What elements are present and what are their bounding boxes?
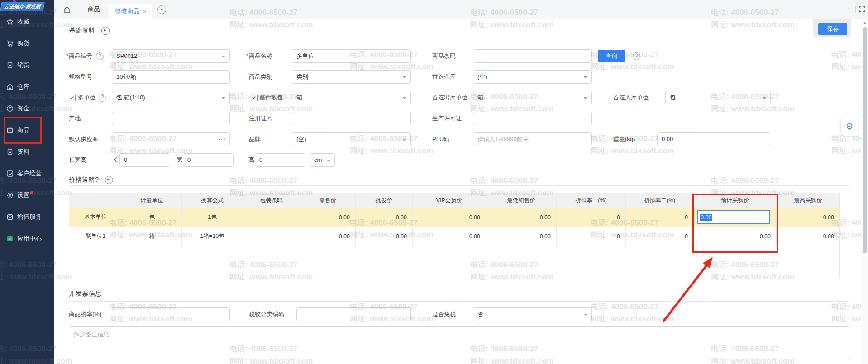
table-cell[interactable] <box>243 227 300 246</box>
table-cell[interactable]: 0 <box>626 208 694 227</box>
scrollbar-up-arrow[interactable] <box>863 21 867 25</box>
tax-rate-input[interactable] <box>112 307 230 321</box>
category-select[interactable]: 类别 <box>292 70 411 84</box>
table-cell[interactable]: 0.00 <box>300 208 356 227</box>
sidebar-item-funds[interactable]: 资金 <box>6 103 29 114</box>
table-cell[interactable]: 基本单位 <box>69 208 122 227</box>
table-cell[interactable]: 0 <box>626 227 694 246</box>
divider <box>69 301 849 302</box>
multiunit-help-icon[interactable] <box>99 94 106 102</box>
table-cell[interactable]: 0.00 <box>413 227 486 246</box>
sidebar-item-favorites[interactable]: 收藏 <box>6 16 29 27</box>
table-cell[interactable]: 副单位1 <box>69 227 122 246</box>
table-cell[interactable]: 0.00 <box>356 227 413 246</box>
sidebar-item-data[interactable]: 资料 <box>6 147 29 157</box>
tab-goods[interactable]: 商品 <box>88 0 100 19</box>
license-label: 生产许可证 <box>432 112 462 125</box>
multiunit-select[interactable]: 包,箱(1:10) <box>112 91 230 104</box>
sku-help-icon[interactable] <box>96 52 104 60</box>
brand-select[interactable]: (空) <box>292 132 411 146</box>
table-cell[interactable]: 箱 <box>122 227 182 246</box>
sidebar-item-value-added[interactable]: 增值服务 <box>6 212 42 222</box>
app-logo: 云进销存·标准版 <box>0 2 44 11</box>
remark-textarea[interactable] <box>69 326 849 360</box>
table-cell[interactable]: 0.00 <box>300 227 356 246</box>
dimension-unit-select[interactable]: cm <box>310 153 335 167</box>
chevron-down-icon <box>403 139 406 142</box>
collapse-basic-icon[interactable] <box>101 27 110 35</box>
length-label: 长 <box>113 153 119 167</box>
goods-icon <box>6 127 14 134</box>
table-cell[interactable]: 0.00 <box>694 208 777 227</box>
sidebar-item-app-center[interactable]: 应用中心 <box>6 233 42 244</box>
width-label: 宽 <box>176 153 182 167</box>
tab-bar: 商品 修改商品 <box>54 0 868 19</box>
tax-code-input[interactable] <box>296 307 411 321</box>
warehouse-select[interactable]: (空) <box>473 70 592 84</box>
query-button[interactable]: 查询 <box>598 50 625 62</box>
plu-input[interactable]: 请输入1-99999数字 <box>473 132 592 146</box>
table-cell[interactable]: 0 <box>557 227 626 246</box>
table-cell[interactable]: 0.00 <box>777 227 839 246</box>
home-icon[interactable] <box>63 6 71 15</box>
table-cell[interactable]: 0.00 <box>486 208 557 227</box>
table-cell[interactable]: 1箱=10包 <box>182 227 243 246</box>
tips-bulb-button[interactable] <box>841 118 858 136</box>
table-cell[interactable]: 0.00 <box>486 227 557 246</box>
sidebar-item-label: 商品 <box>17 126 29 134</box>
multiunit-checkbox[interactable] <box>69 95 76 101</box>
height-input[interactable]: 0 <box>255 153 305 167</box>
sku-label: *商品编号 <box>66 49 92 63</box>
height-label: 高 <box>248 153 254 167</box>
spec-input[interactable]: 10包/箱 <box>112 70 230 84</box>
sidebar-item-goods[interactable]: 商品 <box>6 125 29 136</box>
supplier-input[interactable] <box>112 132 230 146</box>
scroll-top-icon[interactable] <box>847 5 851 12</box>
sidebar-item-purchases[interactable]: 购货 <box>6 38 29 49</box>
bulk-checkbox[interactable] <box>251 95 258 101</box>
bulk-unit-select[interactable]: 箱 <box>292 91 411 104</box>
barcode-help-icon[interactable] <box>633 52 640 60</box>
barcode-input[interactable] <box>473 49 592 63</box>
reg-no-input[interactable] <box>292 112 411 125</box>
sidebar-item-label: 资料 <box>17 148 29 156</box>
collapse-price-icon[interactable] <box>105 176 113 184</box>
outbound-unit-select[interactable]: 箱 <box>473 91 592 104</box>
app-center-icon <box>6 235 14 242</box>
sidebar-item-label: 收藏 <box>17 18 29 26</box>
table-cell[interactable]: 0.00 <box>356 208 413 227</box>
estimated-purchase-price-input[interactable]: 0.00 <box>697 210 770 224</box>
more-icon[interactable] <box>219 133 226 146</box>
sidebar-item-sales[interactable]: 销货 <box>6 60 29 71</box>
width-input[interactable]: 0 <box>183 153 234 167</box>
scrollbar-thumb[interactable] <box>863 27 867 253</box>
sku-select[interactable]: SP0012 <box>112 49 230 63</box>
close-tab-icon[interactable] <box>143 8 147 15</box>
tab-list-chevron-icon[interactable] <box>157 5 166 14</box>
fullscreen-icon[interactable] <box>859 6 865 14</box>
table-cell[interactable]: 包 <box>122 208 182 227</box>
sidebar-item-customer-ops[interactable]: 客户经营 <box>6 168 42 179</box>
table-cell[interactable]: 0 <box>557 208 626 227</box>
tax-free-select[interactable]: 否 <box>473 307 592 321</box>
supplier-label: 默认供应商: <box>69 132 100 146</box>
table-cell[interactable]: 0.00 <box>777 208 839 227</box>
save-button[interactable]: 保存 <box>818 23 847 35</box>
warehouse-icon <box>6 83 14 90</box>
dimensions-label: 长宽高 <box>69 153 86 167</box>
table-row: 基本单位包1包0.000.000.000.00000.000.00 <box>69 208 839 227</box>
table-cell[interactable] <box>243 208 300 227</box>
length-input[interactable]: 0 <box>119 153 170 167</box>
license-input[interactable] <box>473 112 592 125</box>
inbound-unit-label: 首选入库单位 <box>613 91 649 104</box>
tab-edit-goods[interactable]: 修改商品 <box>109 4 152 19</box>
name-input[interactable]: 多单位 <box>292 49 411 63</box>
origin-input[interactable] <box>112 112 230 125</box>
inbound-unit-select[interactable]: 包 <box>665 91 771 104</box>
weight-input[interactable]: 0.00 <box>657 132 770 146</box>
table-cell[interactable]: 0.00 <box>413 208 486 227</box>
sidebar-item-warehouse[interactable]: 仓库 <box>6 81 29 92</box>
sidebar-item-settings[interactable]: 设置 <box>6 190 33 201</box>
table-cell[interactable]: 0.00 <box>694 227 777 246</box>
table-cell[interactable]: 1包 <box>182 208 243 227</box>
